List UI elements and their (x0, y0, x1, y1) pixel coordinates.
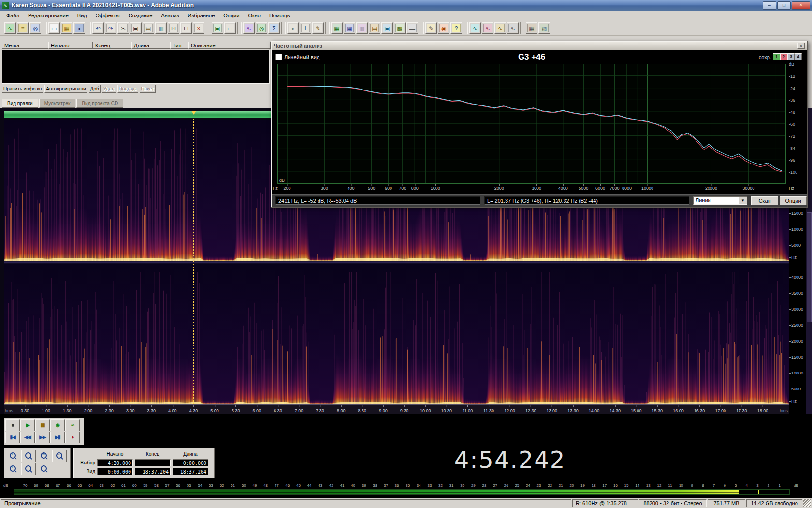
rewind-button[interactable]: ◀◀ (20, 432, 35, 443)
options-button[interactable]: Опции (780, 196, 807, 205)
marker-column-header-3[interactable]: Длина (131, 42, 170, 49)
record-button[interactable]: ● (65, 432, 80, 443)
tab-cd-project[interactable]: Вид проекта CD (76, 99, 123, 108)
scrub-tool-button[interactable]: ✎ (312, 22, 324, 34)
pause-button[interactable]: ▮▮ (35, 419, 50, 431)
marker-column-header-1[interactable]: Начало (48, 42, 93, 49)
new-file-button[interactable]: ▭ (48, 22, 60, 34)
ibeam-selection-button[interactable]: I (300, 22, 311, 34)
tab-multitrack[interactable]: Мультитрек (39, 99, 76, 108)
marker-column-header-2[interactable]: Конец (93, 42, 131, 49)
maximize-button[interactable]: □ (777, 1, 791, 10)
undo-button[interactable]: ↶ (92, 22, 104, 34)
go-to-start-button[interactable]: ▮◀ (5, 432, 20, 443)
loop-button[interactable]: ∞ (65, 419, 80, 431)
paste-button[interactable]: ▤ (143, 22, 154, 34)
spectrogram-right-channel[interactable] (4, 264, 789, 404)
menu-favorites[interactable]: Избранное (184, 12, 219, 19)
scan-button[interactable]: Скан (751, 196, 778, 205)
batch-processing-button[interactable]: ▦ (526, 22, 537, 34)
show-track-properties-button[interactable]: ▤ (369, 22, 380, 34)
convert-sample-type-button[interactable]: ∿ (469, 22, 481, 34)
resize-grip[interactable] (803, 499, 811, 507)
menu-window[interactable]: Окно (244, 12, 265, 19)
preset-button-2[interactable]: 2 (780, 53, 787, 60)
multitrack-view-button[interactable]: ≡ (17, 22, 29, 34)
marquee-selection-button[interactable]: ▫ (287, 22, 299, 34)
menu-generate[interactable]: Создание (124, 12, 157, 19)
cd-project-view-button[interactable]: ◎ (29, 22, 41, 34)
view-end-field[interactable]: 18:37.204 (135, 468, 171, 475)
view-start-field[interactable]: 0:00.000 (97, 468, 133, 475)
menu-options[interactable]: Опции (219, 12, 244, 19)
edit-info-button[interactable]: Править инфо кн (2, 85, 43, 93)
zoom-full-button[interactable]: ↔ (52, 450, 67, 462)
play-button[interactable]: ▶ (20, 419, 35, 431)
zoom-to-selection-button[interactable]: ▭ (37, 450, 51, 462)
menu-view[interactable]: Вид (73, 12, 91, 19)
cd-burn-button[interactable]: ◉ (438, 22, 450, 34)
marker-column-header-0[interactable]: Метка (2, 42, 48, 49)
redo-button[interactable]: ↷ (105, 22, 116, 34)
delete-button[interactable]: × (193, 22, 204, 34)
show-organizer-button[interactable]: ▦ (331, 22, 343, 34)
tab-edit-view[interactable]: Вид правки (2, 99, 38, 108)
open-file-button[interactable]: ▦ (61, 22, 72, 34)
normalize-button[interactable]: ∿ (482, 22, 493, 34)
selection-start-field[interactable]: 4:30.000 (97, 459, 133, 466)
selection-end-field[interactable] (135, 459, 171, 466)
mix-paste-button[interactable]: ▥ (155, 22, 167, 34)
preferences-button[interactable]: ▧ (538, 22, 550, 34)
phase-analysis-button[interactable]: ◎ (256, 22, 267, 34)
play-looped-button[interactable]: ◉ (50, 419, 65, 431)
marker-list[interactable] (2, 50, 270, 84)
help-button[interactable]: ? (450, 22, 462, 34)
show-status-bar-button[interactable]: ▬ (406, 22, 418, 34)
statistics-button[interactable]: Σ (268, 22, 280, 34)
frequency-analysis-titlebar[interactable]: Частотный анализ × (272, 42, 807, 50)
stop-button[interactable]: ■ (5, 419, 20, 431)
autoplay-toggle[interactable]: Автопроигрывани (44, 85, 87, 93)
close-button[interactable]: × (792, 1, 810, 10)
trim-button[interactable]: ⊟ (180, 22, 192, 34)
spectrum-graph[interactable]: dB (277, 64, 786, 184)
vertical-scrollbar-handle[interactable] (807, 212, 812, 323)
marker-column-header-4[interactable]: Тип (170, 42, 188, 49)
chevron-down-icon[interactable]: ▼ (739, 197, 747, 204)
preset-button-3[interactable]: 3 (787, 53, 795, 60)
show-effects-rack-button[interactable]: ▦ (344, 22, 355, 34)
frequency-analysis-button[interactable]: ∿ (243, 22, 255, 34)
amplify-button[interactable]: ∿ (494, 22, 506, 34)
waveform-edit-view-button[interactable]: ∿ (4, 22, 16, 34)
zoom-out-vertical-button[interactable]: − (21, 463, 36, 475)
frequency-analysis-close-button[interactable]: × (798, 43, 805, 49)
cut-button[interactable]: ✂ (117, 22, 129, 34)
add-marker-button[interactable]: Доб (89, 85, 101, 93)
timeline-ruler[interactable]: hms hms 0:301:001:302:002:303:003:304:00… (4, 404, 789, 414)
fast-forward-button[interactable]: ▶▶ (35, 432, 50, 443)
crop-button[interactable]: ⊡ (168, 22, 179, 34)
marker-column-header-5[interactable]: Описание (188, 42, 271, 49)
menu-file[interactable]: Файл (2, 12, 24, 19)
menu-analyze[interactable]: Анализ (157, 12, 183, 19)
copy-to-new-button[interactable]: ▣ (212, 22, 223, 34)
menu-effects[interactable]: Эффекты (91, 12, 124, 19)
minimize-button[interactable]: – (763, 1, 776, 10)
preset-button-1[interactable]: 1 (773, 53, 780, 60)
menu-help[interactable]: Помощь (265, 12, 294, 19)
show-play-list-button[interactable]: ▩ (394, 22, 406, 34)
preset-button-4[interactable]: 4 (795, 53, 802, 60)
zoom-in-vertical-button[interactable]: + (6, 463, 20, 475)
zoom-out-horizontal-button[interactable]: − (21, 450, 36, 462)
selection-length-field[interactable]: 0:00.000 (173, 459, 208, 466)
envelope-button[interactable]: ∿ (507, 22, 519, 34)
level-meter[interactable]: dB -70-69-68-67-66-65-64-63-62-61-60-59-… (0, 482, 812, 498)
show-cue-list-button[interactable]: ▣ (381, 22, 393, 34)
copy-button[interactable]: ▣ (130, 22, 142, 34)
zoom-in-horizontal-button[interactable]: + (6, 450, 20, 462)
go-to-end-button[interactable]: ▶▮ (50, 432, 65, 443)
menu-edit[interactable]: Редактирование (24, 12, 73, 19)
select-entire-wave-button[interactable]: ▭ (224, 22, 236, 34)
view-length-field[interactable]: 18:37.204 (173, 468, 208, 475)
show-mixer-button[interactable]: ▥ (356, 22, 368, 34)
